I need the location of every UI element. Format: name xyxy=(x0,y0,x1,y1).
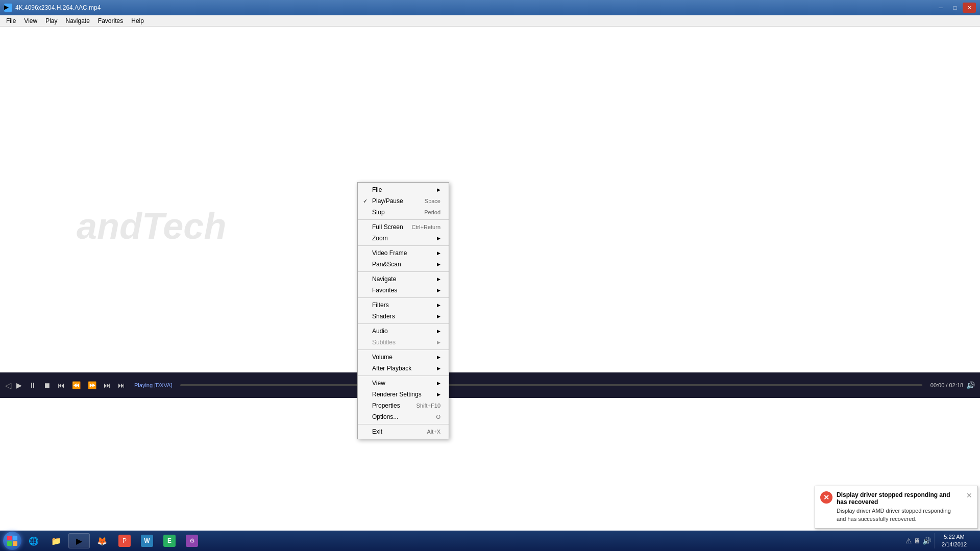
title-bar: ▶ 4K.4096x2304.H.264.AAC.mp4 ─ □ ✕ xyxy=(0,0,980,15)
ctx-file[interactable]: File xyxy=(358,184,449,195)
paint-icon: P xyxy=(118,535,131,547)
ctx-options[interactable]: Options... O xyxy=(358,411,449,422)
separator-2 xyxy=(358,245,449,246)
svg-rect-2 xyxy=(7,541,12,546)
progress-bar[interactable] xyxy=(180,384,922,386)
separator-4 xyxy=(358,297,449,298)
ctx-subtitles[interactable]: Subtitles xyxy=(358,337,449,348)
forward-button[interactable]: ⏩ xyxy=(86,380,99,390)
word-icon: W xyxy=(141,535,153,547)
tray-network-icon[interactable]: 🖥 xyxy=(914,537,921,545)
taskbar-right: ⚠ 🖥 🔊 5:22 AM 2/14/2012 xyxy=(905,533,978,548)
svg-rect-1 xyxy=(13,536,17,540)
system-clock[interactable]: 5:22 AM 2/14/2012 xyxy=(939,532,970,550)
ctx-playpause[interactable]: Play/Pause Space xyxy=(358,195,449,207)
tray-sound-icon[interactable]: 🔊 xyxy=(922,537,931,545)
play-button[interactable]: ▶ xyxy=(14,380,24,390)
watermark-text: andTech xyxy=(77,205,226,247)
pause-button[interactable]: ⏸ xyxy=(27,380,38,390)
separator-5 xyxy=(358,323,449,324)
taskbar-explorer[interactable]: 📁 xyxy=(46,533,66,548)
menu-bar: File View Play Navigate Favorites Help xyxy=(0,15,980,27)
window-controls: ─ □ ✕ xyxy=(934,3,976,13)
excel-icon: E xyxy=(163,535,176,547)
taskbar-ie[interactable]: 🌐 xyxy=(23,533,44,548)
scrubber-left-icon: ◁ xyxy=(5,381,11,390)
skip-end-button[interactable]: ⏭ xyxy=(116,380,127,390)
clock-date: 2/14/2012 xyxy=(942,541,967,548)
control-panel-icon: ⚙ xyxy=(186,535,198,547)
ctx-properties[interactable]: Properties Shift+F10 xyxy=(358,400,449,411)
ctx-filters[interactable]: Filters xyxy=(358,299,449,311)
svg-rect-0 xyxy=(7,536,12,540)
separator-3 xyxy=(358,271,449,272)
player-status: Playing [DXVA] xyxy=(130,382,172,388)
menu-help[interactable]: Help xyxy=(127,16,148,26)
stop-button[interactable]: ⏹ xyxy=(41,380,53,390)
taskbar-mediaplayer[interactable]: ▶ xyxy=(68,533,90,548)
notification-area: ⚠ 🖥 🔊 xyxy=(905,537,931,545)
taskbar-excel[interactable]: E xyxy=(159,533,180,548)
menu-navigate[interactable]: Navigate xyxy=(61,16,93,26)
menu-file[interactable]: File xyxy=(2,16,20,26)
taskbar-paint[interactable]: P xyxy=(114,533,135,548)
ie-icon: 🌐 xyxy=(28,535,40,547)
ctx-fullscreen[interactable]: Full Screen Ctrl+Return xyxy=(358,221,449,233)
video-area[interactable]: andTech xyxy=(0,27,980,379)
sys-tray: 5:22 AM 2/14/2012 xyxy=(934,533,974,548)
separator-8 xyxy=(358,424,449,424)
start-orb[interactable] xyxy=(3,532,21,550)
ctx-favorites[interactable]: Favorites xyxy=(358,285,449,296)
context-menu: File Play/Pause Space Stop Period Full S… xyxy=(357,182,449,439)
toast-close-button[interactable]: ✕ xyxy=(966,491,972,499)
window-title: 4K.4096x2304.H.264.AAC.mp4 xyxy=(15,4,101,11)
toast-error-icon: ✕ xyxy=(820,491,832,504)
windows-logo-icon xyxy=(7,535,18,546)
app-icon: ▶ xyxy=(4,4,12,12)
ctx-audio[interactable]: Audio xyxy=(358,325,449,337)
ctx-shaders[interactable]: Shaders xyxy=(358,311,449,322)
ctx-afterplayback[interactable]: After Playback xyxy=(358,363,449,374)
ctx-stop[interactable]: Stop Period xyxy=(358,207,449,218)
volume-icon[interactable]: 🔊 xyxy=(966,381,975,389)
prev-button[interactable]: ⏮ xyxy=(56,380,67,390)
ctx-renderer[interactable]: Renderer Settings xyxy=(358,389,449,400)
mediaplayer-icon: ▶ xyxy=(73,535,85,547)
menu-favorites[interactable]: Favorites xyxy=(94,16,127,26)
ctx-view[interactable]: View xyxy=(358,378,449,389)
toast-content: Display driver stopped responding and ha… xyxy=(837,491,960,523)
firefox-icon: 🦊 xyxy=(96,535,108,547)
time-display: 00:00 / 02:18 xyxy=(930,382,963,388)
start-button[interactable] xyxy=(2,532,22,549)
title-bar-left: ▶ 4K.4096x2304.H.264.AAC.mp4 xyxy=(4,4,101,12)
minimize-button[interactable]: ─ xyxy=(934,3,947,13)
ctx-panscan[interactable]: Pan&Scan xyxy=(358,259,449,270)
explorer-icon: 📁 xyxy=(50,535,62,547)
separator-6 xyxy=(358,349,449,350)
taskbar-firefox[interactable]: 🦊 xyxy=(92,533,112,548)
separator-1 xyxy=(358,219,449,220)
rewind-button[interactable]: ⏪ xyxy=(70,380,83,390)
tray-warning-icon[interactable]: ⚠ xyxy=(905,537,912,545)
svg-rect-3 xyxy=(13,541,17,546)
ctx-exit[interactable]: Exit Alt+X xyxy=(358,426,449,437)
clock-time: 5:22 AM xyxy=(942,533,967,541)
taskbar-control[interactable]: ⚙ xyxy=(182,533,202,548)
taskbar-word[interactable]: W xyxy=(137,533,157,548)
next-button[interactable]: ⏭ xyxy=(102,380,113,390)
ctx-zoom[interactable]: Zoom xyxy=(358,233,449,244)
menu-play[interactable]: Play xyxy=(41,16,61,26)
player-controls: ◁ ▶ ⏸ ⏹ ⏮ ⏪ ⏩ ⏭ ⏭ Playing [DXVA] 00:00 /… xyxy=(0,372,980,398)
close-button[interactable]: ✕ xyxy=(963,3,976,13)
menu-view[interactable]: View xyxy=(20,16,41,26)
ctx-navigate[interactable]: Navigate xyxy=(358,273,449,285)
toast-title: Display driver stopped responding and ha… xyxy=(837,491,960,506)
toast-body: Display driver AMD driver stopped respon… xyxy=(837,507,960,523)
ctx-videoframe[interactable]: Video Frame xyxy=(358,247,449,259)
separator-7 xyxy=(358,375,449,376)
taskbar: 🌐 📁 ▶ 🦊 P W E ⚙ ⚠ 🖥 🔊 5:22 AM 2/14/2012 xyxy=(0,531,980,551)
maximize-button[interactable]: □ xyxy=(948,3,962,13)
notification-toast: ✕ Display driver stopped responding and … xyxy=(815,486,978,529)
ctx-volume[interactable]: Volume xyxy=(358,352,449,363)
